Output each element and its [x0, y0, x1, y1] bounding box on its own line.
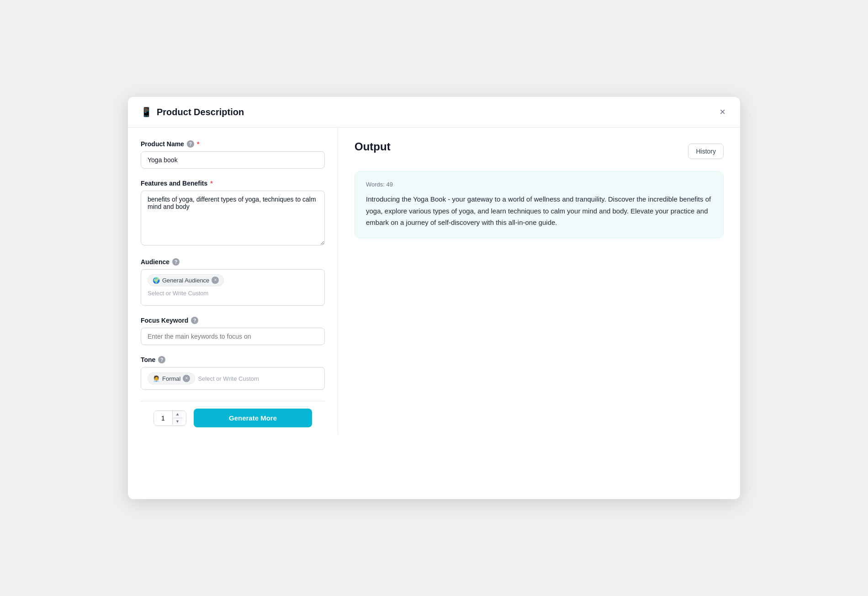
audience-help-icon[interactable]: ? — [172, 258, 180, 266]
audience-label: Audience ? — [141, 258, 325, 266]
modal-icon: 📱 — [141, 106, 152, 117]
audience-tag-row: 🌍 General Audience × — [148, 274, 318, 286]
quantity-up-button[interactable]: ▲ — [173, 411, 182, 418]
tone-input-box[interactable]: 🧑‍💼 Formal × Select or Write Custom — [141, 367, 325, 390]
output-title: Output — [355, 140, 391, 153]
focus-keyword-field-group: Focus Keyword ? — [141, 317, 325, 345]
tone-tag-text: Formal — [162, 375, 180, 382]
tone-placeholder: Select or Write Custom — [198, 375, 259, 382]
product-name-input[interactable] — [141, 151, 325, 169]
tone-help-icon[interactable]: ? — [158, 356, 165, 363]
history-button[interactable]: History — [688, 144, 724, 159]
audience-tag: 🌍 General Audience × — [148, 274, 224, 286]
product-name-help-icon[interactable]: ? — [187, 140, 194, 148]
audience-input-box[interactable]: 🌍 General Audience × Select or Write Cus… — [141, 269, 325, 306]
modal-title: Product Description — [157, 107, 244, 117]
product-description-modal: 📱 Product Description × Product Name ? *… — [128, 97, 740, 499]
tone-field-group: Tone ? 🧑‍💼 Formal × Select or Write Cust… — [141, 356, 325, 390]
audience-label-text: Audience — [141, 258, 169, 266]
output-card: Words: 49 Introducing the Yoga Book - yo… — [355, 171, 724, 238]
features-label: Features and Benefits * — [141, 180, 325, 187]
output-header-row: Output History — [355, 140, 724, 162]
product-name-label-text: Product Name — [141, 140, 184, 148]
features-label-text: Features and Benefits — [141, 180, 207, 187]
focus-keyword-input[interactable] — [141, 328, 325, 345]
number-arrows: ▲ ▼ — [172, 411, 182, 425]
features-required-star: * — [210, 180, 212, 187]
audience-tag-text: General Audience — [162, 277, 209, 284]
features-field-group: Features and Benefits * benefits of yoga… — [141, 180, 325, 247]
audience-placeholder: Select or Write Custom — [148, 290, 318, 297]
tone-label: Tone ? — [141, 356, 325, 363]
modal-body: Product Name ? * Features and Benefits *… — [128, 128, 740, 435]
modal-header: 📱 Product Description × — [128, 97, 740, 128]
close-button[interactable]: × — [718, 105, 727, 119]
focus-keyword-label-text: Focus Keyword — [141, 317, 188, 324]
generate-more-button[interactable]: Generate More — [194, 409, 312, 427]
tone-tag-remove-button[interactable]: × — [183, 375, 190, 382]
product-name-required-star: * — [197, 140, 199, 148]
quantity-down-button[interactable]: ▼ — [173, 418, 182, 425]
tone-tag-emoji: 🧑‍💼 — [153, 375, 160, 382]
product-name-field-group: Product Name ? * — [141, 140, 325, 169]
quantity-input[interactable] — [154, 411, 172, 426]
left-panel: Product Name ? * Features and Benefits *… — [128, 128, 338, 435]
output-word-count: Words: 49 — [366, 181, 712, 188]
product-name-label: Product Name ? * — [141, 140, 325, 148]
quantity-input-wrap: ▲ ▼ — [153, 410, 186, 426]
right-panel: Output History Words: 49 Introducing the… — [338, 128, 740, 435]
tone-tag: 🧑‍💼 Formal × — [148, 372, 195, 384]
audience-tag-remove-button[interactable]: × — [212, 277, 219, 284]
focus-keyword-label: Focus Keyword ? — [141, 317, 325, 324]
output-text: Introducing the Yoga Book - your gateway… — [366, 193, 712, 229]
focus-keyword-help-icon[interactable]: ? — [191, 317, 198, 324]
modal-title-row: 📱 Product Description — [141, 106, 244, 117]
footer-bar: ▲ ▼ Generate More — [141, 401, 325, 435]
audience-tag-emoji: 🌍 — [153, 277, 160, 284]
audience-field-group: Audience ? 🌍 General Audience × Select o… — [141, 258, 325, 306]
features-textarea[interactable]: benefits of yoga, different types of yog… — [141, 191, 325, 245]
tone-label-text: Tone — [141, 356, 155, 363]
